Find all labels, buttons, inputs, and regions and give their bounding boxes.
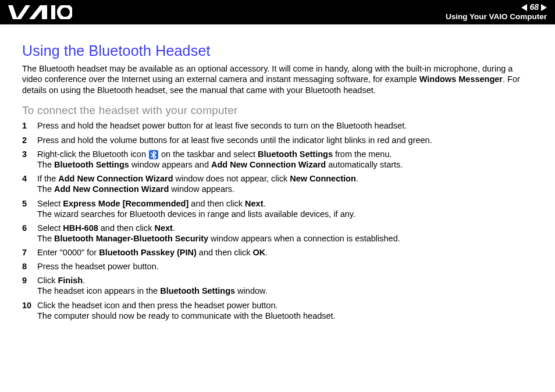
svg-rect-0 <box>51 5 55 19</box>
text: Click the headset icon and then press th… <box>37 301 278 310</box>
step-9: 9 Click Finish. The headset icon appears… <box>22 275 534 296</box>
svg-point-1 <box>59 6 72 19</box>
step-number: 9 <box>22 275 37 286</box>
text: and then click <box>98 223 155 233</box>
step-number: 10 <box>22 300 37 311</box>
page-title: Using the Bluetooth Headset <box>22 42 534 60</box>
step-number: 1 <box>22 120 37 131</box>
text: . <box>83 276 85 285</box>
intro-paragraph: The Bluetooth headset may be available a… <box>22 63 534 95</box>
step-number: 2 <box>22 135 37 145</box>
step-body: Click the headset icon and then press th… <box>37 300 534 321</box>
step-4: 4 If the Add New Connection Wizard windo… <box>22 173 534 194</box>
step-number: 3 <box>22 149 37 159</box>
text: The computer should now be ready to comm… <box>37 311 336 320</box>
text: . <box>356 174 358 183</box>
bold-next: Next <box>155 223 173 233</box>
intro-bold-windows-messenger: Windows Messenger <box>419 74 503 84</box>
text: window appears when a connection is esta… <box>208 234 400 243</box>
header-right: 68 Using Your VAIO Computer <box>446 3 547 21</box>
bold-bluetooth-passkey: Bluetooth Passkey (PIN) <box>99 248 197 257</box>
step-body: Press the headset power button. <box>37 261 534 272</box>
step-number: 6 <box>22 223 37 233</box>
text: If the <box>37 174 58 183</box>
text: Select <box>37 223 63 233</box>
manual-page: 68 Using Your VAIO Computer Using the Bl… <box>0 0 555 392</box>
prev-page-icon[interactable] <box>521 4 527 11</box>
vaio-logo <box>8 0 72 24</box>
text: The headset icon appears in the <box>37 286 160 295</box>
section-name: Using Your VAIO Computer <box>446 13 547 22</box>
step-2: 2 Press and hold the volume buttons for … <box>22 135 534 145</box>
text: and then click <box>188 199 245 208</box>
subsection-title: To connect the headset with your compute… <box>22 104 534 117</box>
text: The <box>37 160 54 169</box>
text: Enter "0000" for <box>37 248 99 257</box>
step-body: Enter "0000" for Bluetooth Passkey (PIN)… <box>37 247 534 258</box>
step-8: 8 Press the headset power button. <box>22 261 534 272</box>
step-10: 10 Click the headset icon and then press… <box>22 300 534 321</box>
step-body: Press and hold the volume buttons for at… <box>37 135 534 145</box>
next-page-icon[interactable] <box>541 4 547 11</box>
bold-bluetooth-settings: Bluetooth Settings <box>258 149 333 159</box>
text: . <box>263 199 265 208</box>
step-3: 3 Right-click the Bluetooth icon on the … <box>22 149 534 170</box>
text: . <box>173 223 175 233</box>
text: window does not appear, click <box>173 174 290 183</box>
step-7: 7 Enter "0000" for Bluetooth Passkey (PI… <box>22 247 534 258</box>
text: window appears. <box>169 184 234 194</box>
step-number: 5 <box>22 198 37 209</box>
text: Click <box>37 276 58 285</box>
step-body: Click Finish. The headset icon appears i… <box>37 275 534 296</box>
text: The wizard searches for Bluetooth device… <box>37 209 355 219</box>
bold-add-new-connection-wizard: Add New Connection Wizard <box>211 160 326 169</box>
page-number: 68 <box>529 3 539 12</box>
text: Right-click the Bluetooth icon <box>37 149 148 159</box>
text: automatically starts. <box>326 160 403 169</box>
text: window. <box>235 286 268 295</box>
step-6: 6 Select HBH-608 and then click Next. Th… <box>22 223 534 244</box>
bold-bluetooth-manager-security: Bluetooth Manager-Bluetooth Security <box>54 234 208 243</box>
step-body: If the Add New Connection Wizard window … <box>37 173 534 194</box>
step-body: Right-click the Bluetooth icon on the ta… <box>37 149 534 170</box>
text: . <box>265 248 268 257</box>
text: on the taskbar and select <box>159 149 258 159</box>
text: The <box>37 234 54 243</box>
bluetooth-icon <box>149 150 158 159</box>
step-body: Select Express Mode [Recommended] and th… <box>37 198 534 219</box>
bold-add-new-connection-wizard: Add New Connection Wizard <box>58 174 173 183</box>
bold-hbh-608: HBH-608 <box>63 223 98 233</box>
step-body: Press and hold the headset power button … <box>37 120 534 131</box>
steps-list: 1 Press and hold the headset power butto… <box>22 120 534 320</box>
text: and then click <box>197 248 253 257</box>
bold-express-mode: Express Mode [Recommended] <box>63 199 188 208</box>
bold-finish: Finish <box>58 276 83 285</box>
step-body: Select HBH-608 and then click Next. The … <box>37 223 534 244</box>
step-number: 4 <box>22 173 37 184</box>
bold-new-connection: New Connection <box>290 174 356 183</box>
bold-next: Next <box>245 199 263 208</box>
step-1: 1 Press and hold the headset power butto… <box>22 120 534 131</box>
header-bar: 68 Using Your VAIO Computer <box>0 0 555 24</box>
step-number: 7 <box>22 247 37 258</box>
bold-bluetooth-settings: Bluetooth Settings <box>160 286 235 295</box>
page-nav: 68 <box>521 3 547 12</box>
text: The <box>37 184 54 194</box>
bold-bluetooth-settings: Bluetooth Settings <box>54 160 129 169</box>
bold-add-new-connection-wizard: Add New Connection Wizard <box>54 184 169 194</box>
bold-ok: OK <box>253 248 266 257</box>
content-area: Using the Bluetooth Headset The Bluetoot… <box>0 24 555 392</box>
text: Select <box>37 199 63 208</box>
step-5: 5 Select Express Mode [Recommended] and … <box>22 198 534 219</box>
step-number: 8 <box>22 261 37 272</box>
text: window appears and <box>129 160 211 169</box>
text: from the menu. <box>333 149 392 159</box>
